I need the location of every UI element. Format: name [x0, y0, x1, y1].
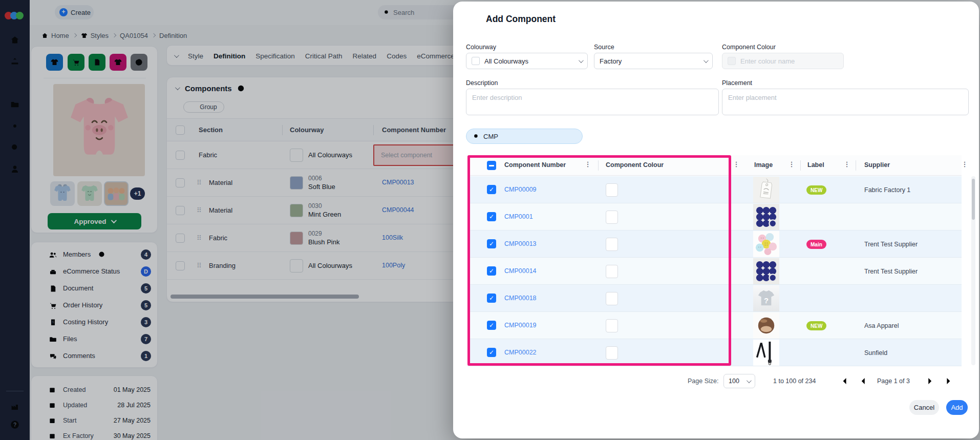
component-colour-swatch[interactable]: [606, 319, 618, 332]
description-label: Description: [466, 79, 498, 87]
colourway-select[interactable]: All Colourways: [466, 53, 588, 69]
chevron-down-icon: [704, 58, 709, 63]
next-page-icon[interactable]: [924, 375, 935, 387]
column-menu-icon[interactable]: ⋮: [843, 160, 850, 171]
row-checkbox-checked[interactable]: ✓: [487, 185, 496, 194]
component-option-row[interactable]: ✓ CMP00019 NEW Asa Apparel: [467, 312, 962, 339]
component-image-elastic-cord: [753, 312, 779, 339]
source-select[interactable]: Factory: [594, 53, 713, 69]
modal-title: Add Component: [486, 14, 556, 25]
cancel-button[interactable]: Cancel: [909, 400, 939, 415]
component-number-link[interactable]: CMP00018: [504, 295, 537, 302]
supplier-name: Asa Apparel: [864, 322, 899, 329]
component-colour-swatch[interactable]: [606, 265, 618, 278]
column-menu-icon[interactable]: ⋮: [584, 160, 591, 171]
close-icon[interactable]: [957, 15, 968, 25]
source-filter-label: Source: [594, 44, 614, 51]
pagination-bar: Page Size: 100 1 to 100 of 234 Page 1 of…: [453, 371, 979, 391]
component-number-link[interactable]: CMP00019: [504, 322, 537, 329]
label-badge: NEW: [806, 185, 826, 195]
supplier-name: Sunfield: [864, 349, 887, 357]
component-option-row[interactable]: ✓ CMP00022 Sunfield: [467, 339, 962, 366]
column-divider: [856, 160, 856, 171]
component-option-row[interactable]: ✓ CMP00009 NEW Fabric Factory 1: [467, 176, 962, 203]
component-colour-input: Enter colour name: [722, 53, 844, 69]
component-option-row[interactable]: ✓ CMP00013 Main Trent Test Supplier: [467, 231, 962, 258]
page-indicator: Page 1 of 3: [877, 378, 910, 385]
component-colour-swatch[interactable]: [606, 183, 618, 197]
add-component-modal: Add Component Colourway Source Component…: [453, 2, 979, 438]
component-image-placeholder: ?: [753, 285, 779, 311]
placement-textarea[interactable]: [722, 89, 969, 115]
supplier-name: Trent Test Supplier: [864, 241, 918, 248]
component-colour-swatch[interactable]: [606, 238, 618, 251]
label-badge: NEW: [806, 321, 826, 330]
vertical-scrollbar[interactable]: [971, 176, 975, 365]
column-divider: [598, 160, 599, 171]
component-number-link[interactable]: CMP0001: [504, 213, 533, 220]
chevron-down-icon: [747, 378, 752, 383]
label-badge: Main: [806, 240, 826, 249]
component-colour-swatch[interactable]: [606, 346, 618, 360]
description-textarea[interactable]: [466, 89, 719, 115]
row-checkbox-checked[interactable]: ✓: [487, 348, 496, 357]
row-checkbox-checked[interactable]: ✓: [487, 212, 496, 221]
row-checkbox-checked[interactable]: ✓: [487, 239, 496, 248]
row-checkbox-checked[interactable]: ✓: [487, 266, 496, 276]
column-menu-icon[interactable]: ⋮: [788, 160, 795, 171]
component-search-box[interactable]: [466, 129, 583, 144]
component-option-row[interactable]: ✓ CMP00018 ?: [467, 285, 962, 312]
component-image-zippers: [753, 340, 779, 366]
supplier-name: Fabric Factory 1: [864, 186, 910, 194]
component-image-navy-buttons: [753, 258, 779, 284]
scrollbar-thumb[interactable]: [972, 179, 975, 220]
last-page-icon[interactable]: [944, 375, 955, 387]
component-colour-filter-label: Component Colour: [722, 44, 776, 51]
component-colour-swatch[interactable]: [606, 292, 618, 305]
row-range-text: 1 to 100 of 234: [773, 378, 816, 385]
column-menu-icon[interactable]: ⋮: [733, 160, 740, 171]
page-size-label: Page Size:: [688, 378, 718, 385]
previous-page-icon[interactable]: [858, 375, 869, 387]
add-button[interactable]: Add: [946, 400, 968, 415]
checkbox-disabled: [728, 57, 736, 65]
component-option-row[interactable]: ✓ CMP00014 Trent Test Supplier: [467, 258, 962, 285]
search-icon: [473, 133, 480, 140]
column-menu-icon[interactable]: ⋮: [961, 160, 968, 171]
component-image-pastel-buttons: [753, 231, 779, 257]
component-number-link[interactable]: CMP00009: [504, 186, 537, 193]
row-checkbox-checked[interactable]: ✓: [487, 294, 496, 303]
component-image-hang-tag: [753, 177, 779, 203]
checkbox[interactable]: [472, 57, 480, 65]
select-all-indeterminate-checkbox[interactable]: [487, 161, 496, 170]
placement-label: Placement: [722, 79, 752, 87]
component-picker-table: Component Number ⋮ Component Colour ⋮ Im…: [467, 155, 962, 366]
component-colour-swatch[interactable]: [606, 211, 618, 224]
supplier-name: Trent Test Supplier: [864, 268, 918, 275]
component-option-row[interactable]: ✓ CMP0001: [467, 203, 962, 231]
component-number-link[interactable]: CMP00022: [504, 349, 537, 356]
component-search-input[interactable]: [483, 133, 565, 140]
picker-table-header: Component Number ⋮ Component Colour ⋮ Im…: [467, 155, 962, 176]
row-checkbox-checked[interactable]: ✓: [487, 321, 496, 330]
colourway-filter-label: Colourway: [466, 44, 496, 51]
chevron-down-icon: [579, 58, 584, 63]
first-page-icon[interactable]: [838, 375, 849, 387]
component-image-navy-buttons: [753, 204, 779, 230]
column-divider: [800, 160, 801, 171]
svg-text:?: ?: [764, 297, 769, 305]
page-size-select[interactable]: 100: [723, 374, 755, 388]
component-number-link[interactable]: CMP00013: [504, 240, 537, 247]
drag-menu-icon[interactable]: [468, 15, 478, 25]
component-number-link[interactable]: CMP00014: [504, 267, 537, 275]
